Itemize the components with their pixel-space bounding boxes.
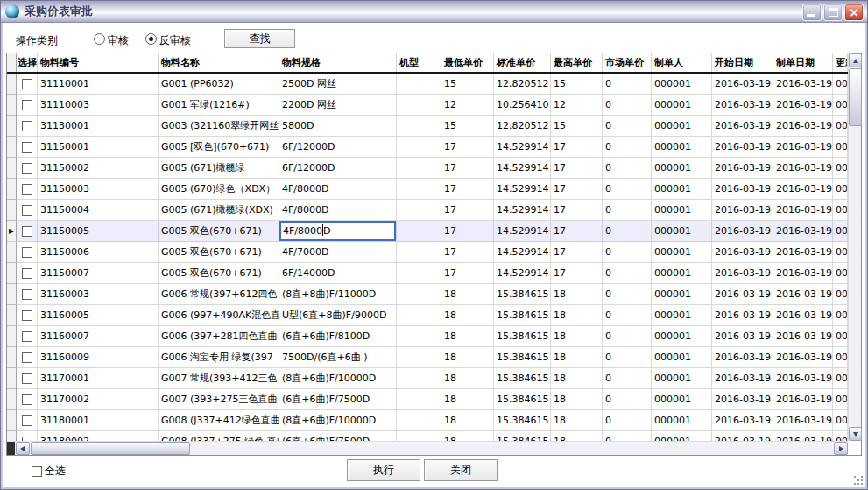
row-header[interactable] <box>7 263 17 284</box>
cell-create[interactable]: 2016-03-19 <box>773 74 833 95</box>
row-checkbox[interactable] <box>22 184 32 195</box>
table-row[interactable]: 31130001G003 (321160翠绿开网丝5800D1512.82051… <box>7 116 848 137</box>
cell-name[interactable]: G005 双色(670+671) <box>159 263 279 284</box>
cell-model[interactable] <box>397 95 441 116</box>
cell-code[interactable]: 31150007 <box>38 263 159 284</box>
cell-min[interactable]: 18 <box>441 410 494 431</box>
cell-creator[interactable]: 000001 <box>652 74 712 95</box>
cell-mkt[interactable]: 0 <box>603 284 652 305</box>
cell-mkt[interactable]: 0 <box>603 221 652 242</box>
cell-min[interactable]: 15 <box>441 74 494 95</box>
cell-mkt[interactable]: 0 <box>603 326 652 347</box>
cell-creator[interactable]: 000001 <box>652 95 712 116</box>
cell-create[interactable]: 2016-03-19 <box>773 158 833 179</box>
cell-std[interactable]: 15.384615 <box>494 368 551 389</box>
horizontal-scrollbar[interactable] <box>7 441 848 455</box>
radio-audit-label[interactable]: 审核 <box>108 33 129 48</box>
cell-creator[interactable]: 000001 <box>652 389 712 410</box>
cell-name[interactable]: G008 (J337+412绿色直曲 <box>159 410 279 431</box>
cell-upd[interactable]: 00 <box>833 389 848 410</box>
close-button[interactable]: × <box>844 4 864 21</box>
cell-creator[interactable]: 000001 <box>652 221 712 242</box>
row-header[interactable] <box>7 74 17 95</box>
cell-create[interactable]: 2016-03-19 <box>773 116 833 137</box>
cell-min[interactable]: 17 <box>441 221 494 242</box>
cell-start[interactable]: 2016-03-19 <box>712 200 773 221</box>
cell-min[interactable]: 18 <box>441 389 494 410</box>
cell-create[interactable]: 2016-03-19 <box>773 431 833 441</box>
cell-create[interactable]: 2016-03-19 <box>773 326 833 347</box>
cell-std[interactable]: 15.384615 <box>494 326 551 347</box>
row-checkbox[interactable] <box>22 163 32 174</box>
cell-std[interactable]: 15.384615 <box>494 431 551 441</box>
cell-model[interactable] <box>397 263 441 284</box>
cell-model[interactable] <box>397 200 441 221</box>
cell-create[interactable]: 2016-03-19 <box>773 263 833 284</box>
cell-creator[interactable]: 000001 <box>652 179 712 200</box>
cell-std[interactable]: 12.820512 <box>494 116 551 137</box>
row-header[interactable] <box>7 242 17 263</box>
radio-unaudit[interactable] <box>145 33 157 45</box>
cell-create[interactable]: 2016-03-19 <box>773 347 833 368</box>
cell-min[interactable]: 12 <box>441 95 494 116</box>
cell-spec[interactable]: 4F/8000D <box>279 179 397 200</box>
cell-max[interactable]: 15 <box>551 116 603 137</box>
cell-name[interactable]: G005 (671)橄榄绿(XDX) <box>159 200 279 221</box>
cell-creator[interactable]: 000001 <box>652 242 712 263</box>
cell-spec[interactable]: 4F/7000D <box>279 242 397 263</box>
row-header[interactable] <box>7 200 17 221</box>
cell-spec[interactable]: (6直+6曲)F/7500D <box>279 389 397 410</box>
row-checkbox[interactable] <box>22 289 32 300</box>
table-row[interactable]: ▶31150005G005 双色(670+671)4F/8000D1714.52… <box>7 221 848 242</box>
cell-std[interactable]: 15.384615 <box>494 284 551 305</box>
cell-spec[interactable]: (6直+6曲)F/7500D <box>279 431 397 441</box>
cell-model[interactable] <box>397 74 441 95</box>
cell-upd[interactable]: 00 <box>833 116 848 137</box>
cell-spec[interactable]: 6F/12000D <box>279 158 397 179</box>
cell-std[interactable]: 15.384615 <box>494 347 551 368</box>
vertical-scroll-thumb[interactable] <box>849 68 862 126</box>
cell-start[interactable]: 2016-03-19 <box>712 410 773 431</box>
cell-creator[interactable]: 000001 <box>652 116 712 137</box>
maximize-button[interactable] <box>823 4 843 21</box>
cell-std[interactable]: 15.384615 <box>494 389 551 410</box>
cell-mkt[interactable]: 0 <box>603 137 652 158</box>
cell-name[interactable]: G001 军绿(1216#) <box>159 95 279 116</box>
radio-audit[interactable] <box>94 33 105 45</box>
cell-std[interactable]: 14.529914 <box>494 158 551 179</box>
row-header[interactable] <box>7 389 17 410</box>
cell-model[interactable] <box>397 389 441 410</box>
cell-code[interactable]: 31160009 <box>38 347 159 368</box>
row-checkbox[interactable] <box>22 310 32 321</box>
cell-start[interactable]: 2016-03-19 <box>712 368 773 389</box>
cell-creator[interactable]: 000001 <box>652 263 712 284</box>
cell-upd[interactable]: 00 <box>833 137 848 158</box>
row-header[interactable] <box>7 179 17 200</box>
table-row[interactable]: 31160009G006 淘宝专用 绿复(3977500D/(6直+6曲 )18… <box>7 347 848 368</box>
select-all-label[interactable]: 全选 <box>45 464 66 479</box>
row-checkbox[interactable] <box>22 373 32 384</box>
row-checkbox[interactable] <box>22 79 32 89</box>
row-checkbox[interactable] <box>22 142 32 153</box>
cell-model[interactable] <box>397 347 441 368</box>
cell-create[interactable]: 2016-03-19 <box>773 221 833 242</box>
cell-spec[interactable]: 7500D/(6直+6曲 ) <box>279 347 397 368</box>
cell-min[interactable]: 18 <box>441 368 494 389</box>
cell-max[interactable]: 18 <box>551 347 603 368</box>
cell-spec[interactable]: (6直+6曲)F/8100D <box>279 326 397 347</box>
cell-name[interactable]: G007 常规(393+412三色 <box>159 368 279 389</box>
cell-create[interactable]: 2016-03-19 <box>773 389 833 410</box>
cell-mkt[interactable]: 0 <box>603 242 652 263</box>
scroll-down-button[interactable] <box>849 427 862 441</box>
cell-mkt[interactable]: 0 <box>603 179 652 200</box>
minimize-button[interactable] <box>802 4 822 21</box>
row-checkbox[interactable] <box>22 205 32 216</box>
cell-start[interactable]: 2016-03-19 <box>712 347 773 368</box>
cell-code[interactable]: 31150006 <box>38 242 159 263</box>
table-row[interactable]: 31150004G005 (671)橄榄绿(XDX)4F/8000D1714.5… <box>7 200 848 221</box>
cell-upd[interactable]: 00 <box>833 158 848 179</box>
cell-std[interactable]: 14.529914 <box>494 200 551 221</box>
table-row[interactable]: 31150006G005 双色(670+671)4F/7000D1714.529… <box>7 242 848 263</box>
row-checkbox[interactable] <box>22 352 32 363</box>
cell-std[interactable]: 10.256410 <box>494 95 551 116</box>
